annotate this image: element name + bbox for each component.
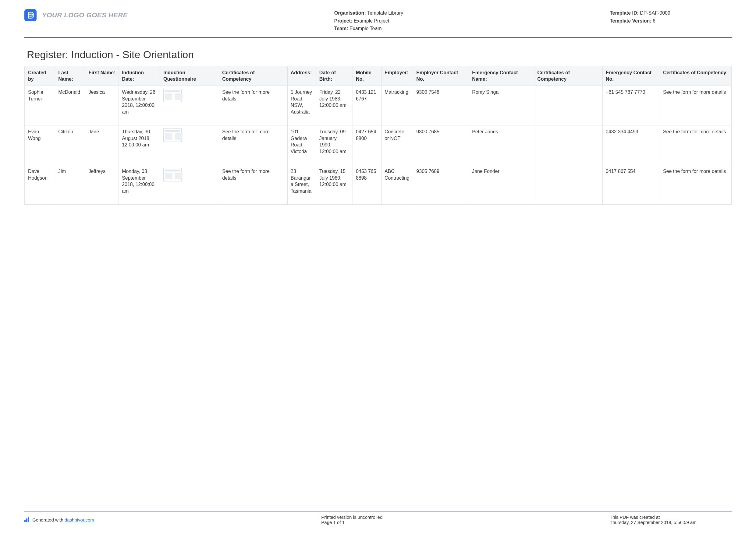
th-employer-contact: Employer Contact No. (413, 66, 469, 86)
cell-em-name: Romy Singa (469, 86, 534, 125)
meta-right: Template ID: DP-SAF-0009 Template Versio… (610, 9, 732, 25)
cell-address: 101 Gadera Road, Victoria (287, 125, 316, 165)
table-row: Evan Wong Citizen Jane Thursday, 30 Augu… (25, 125, 732, 165)
th-certificates-2: Certificates of Competency (534, 66, 603, 86)
cell-questionnaire (160, 86, 219, 125)
cell-certificates-2 (534, 165, 603, 204)
questionnaire-thumbnail-icon (163, 168, 182, 181)
cell-mobile: 0427 654 8800 (353, 125, 381, 165)
cell-employer-contact: 9305 7689 (413, 165, 469, 204)
cell-last-name: Citizen (55, 125, 85, 165)
cell-em-no: 0432 334 4499 (603, 125, 660, 165)
cell-employer: Concrete or NOT (381, 125, 413, 165)
cell-mobile: 0433 121 6767 (353, 86, 381, 125)
footer-right: This PDF was created at Thursday, 27 Sep… (610, 515, 732, 525)
th-first-name: First Name: (85, 66, 119, 86)
meta-center: Organisation: Template Library Project: … (334, 9, 403, 33)
created-at-label: This PDF was created at (610, 515, 732, 520)
page-number: Page 1 of 1 (321, 520, 382, 525)
cell-address: 5 Journey Road, NSW, Australia (287, 86, 316, 125)
logo-cluster: YOUR LOGO GOES HERE (24, 9, 128, 21)
team-label: Team: (334, 26, 348, 31)
footer-rule (24, 511, 732, 512)
cell-first-name: Jessica (85, 86, 119, 125)
register-table-wrap: Created by Last Name: First Name: Induct… (24, 66, 732, 205)
page-title: Register: Induction - Site Orientation (27, 49, 732, 61)
cell-induction-date: Wednesday, 26 September 2018, 12:00:00 a… (119, 86, 160, 125)
cell-induction-date: Thursday, 30 August 2018, 12:00:00 am (119, 125, 160, 165)
th-certificates-3: Certificates of Competency (660, 66, 731, 86)
project-value: Example Project (354, 18, 390, 23)
table-row: Dave Hodgson Jim Jeffreys Monday, 03 Sep… (25, 165, 732, 204)
cell-dob: Tuesday, 15 July 1980, 12:00:00 am (316, 165, 353, 204)
cell-mobile: 0453 765 8898 (353, 165, 381, 204)
document-header: YOUR LOGO GOES HERE Organisation: Templa… (24, 9, 732, 37)
cell-last-name: Jim (55, 165, 85, 204)
created-at-value: Thursday, 27 September 2018, 5:56:59 am (610, 520, 732, 525)
register-table: Created by Last Name: First Name: Induct… (25, 66, 732, 205)
th-certificates-1: Certificates of Competency (219, 66, 288, 86)
cell-address: 23 Barangara Street, Tasmania (287, 165, 316, 204)
cell-certificates-1: See the form for more details (219, 125, 288, 165)
questionnaire-thumbnail-icon (163, 128, 182, 142)
cell-dob: Tuesday, 09 January 1990, 12:00:00 am (316, 125, 353, 165)
template-id-value: DP-SAF-0009 (640, 10, 670, 15)
cell-employer-contact: 9300 7685 (413, 125, 469, 165)
cell-created-by: Evan Wong (25, 125, 55, 165)
th-dob: Date of Birth: (316, 66, 353, 86)
th-em-no: Emergency Contact No. (603, 66, 660, 86)
cell-certificates-1: See the form for more details (219, 86, 288, 125)
cell-employer: Matracking (381, 86, 413, 125)
cell-certificates-3: See the form for more details (660, 86, 731, 125)
cell-created-by: Dave Hodgson (25, 165, 55, 204)
th-created-by: Created by (25, 66, 55, 86)
th-employer: Employer: (381, 66, 413, 86)
th-mobile: Mobile No. (353, 66, 381, 86)
cell-em-no: +61 545 787 7770 (603, 86, 660, 125)
cell-dob: Friday, 22 July 1983, 12:00:00 am (316, 86, 353, 125)
th-induction-date: Induction Date: (119, 66, 160, 86)
generated-with-label: Generated with (32, 517, 65, 522)
th-last-name: Last Name: (55, 66, 85, 86)
org-value: Template Library (367, 10, 403, 15)
cell-certificates-3: See the form for more details (660, 165, 731, 204)
cell-first-name: Jane (85, 125, 119, 165)
template-version-label: Template Version: (610, 18, 652, 23)
team-value: Example Team (349, 26, 382, 31)
cell-certificates-2 (534, 125, 603, 165)
dashpivot-link[interactable]: dashpivot.com (65, 517, 94, 522)
cell-induction-date: Monday, 03 September 2018, 12:00:00 am (119, 165, 160, 204)
cell-questionnaire (160, 125, 219, 165)
th-address: Address: (287, 66, 316, 86)
logo-icon (24, 9, 37, 21)
project-label: Project: (334, 18, 353, 23)
cell-first-name: Jeffreys (85, 165, 119, 204)
table-header-row: Created by Last Name: First Name: Induct… (25, 66, 732, 86)
cell-certificates-3: See the form for more details (660, 125, 731, 165)
template-version-value: 6 (653, 18, 656, 23)
th-questionnaire: Induction Questionnaire (160, 66, 219, 86)
uncontrolled-label: Printed version is uncontrolled (321, 515, 382, 520)
cell-em-no: 0417 867 554 (603, 165, 660, 204)
footer-center: Printed version is uncontrolled Page 1 o… (321, 515, 382, 525)
header-rule (24, 37, 732, 38)
questionnaire-thumbnail-icon (163, 89, 182, 102)
table-row: Sophie Turner McDonald Jessica Wednesday… (25, 86, 732, 125)
cell-questionnaire (160, 165, 219, 204)
document-footer: Generated with dashpivot.com Printed ver… (24, 511, 732, 525)
cell-employer: ABC Contracting (381, 165, 413, 204)
footer-left: Generated with dashpivot.com (24, 515, 94, 525)
cell-certificates-2 (534, 86, 603, 125)
th-em-name: Emergency Contact Name: (469, 66, 534, 86)
cell-employer-contact: 9300 7548 (413, 86, 469, 125)
cell-certificates-1: See the form for more details (219, 165, 288, 204)
cell-created-by: Sophie Turner (25, 86, 55, 125)
logo-placeholder-text: YOUR LOGO GOES HERE (42, 11, 128, 19)
template-id-label: Template ID: (610, 10, 639, 15)
cell-em-name: Jane Fonder (469, 165, 534, 204)
cell-em-name: Peter Jones (469, 125, 534, 165)
cell-last-name: McDonald (55, 86, 85, 125)
org-label: Organisation: (334, 10, 366, 15)
dashpivot-bars-icon (24, 517, 29, 522)
